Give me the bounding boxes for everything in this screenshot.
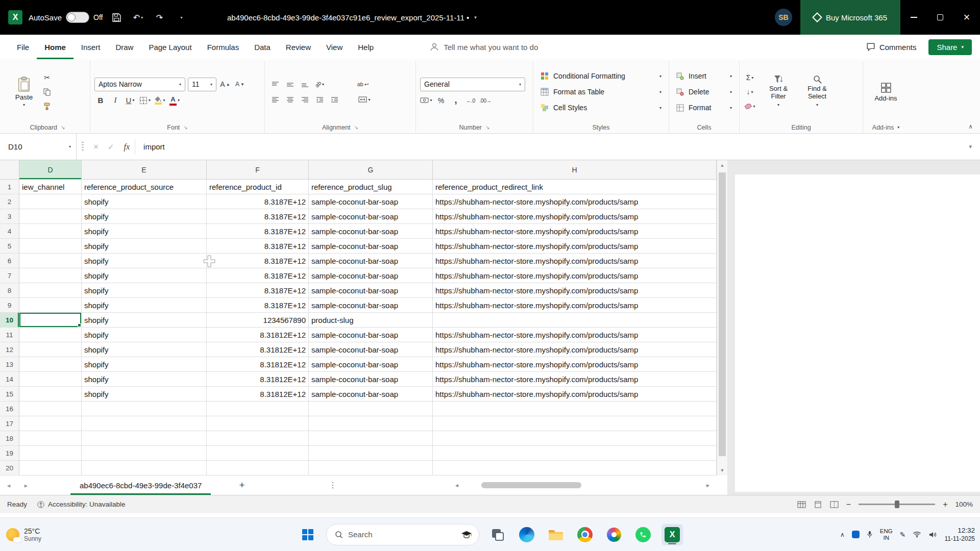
fill-color-button[interactable]: ▾ — [154, 94, 166, 107]
underline-button[interactable]: U▾ — [124, 94, 136, 107]
fill-handle[interactable] — [78, 323, 81, 327]
row-header-17[interactable]: 17 — [0, 416, 19, 431]
fill-color-chevron-icon[interactable]: ▾ — [163, 98, 165, 103]
increase-indent-button[interactable] — [328, 93, 340, 106]
cell-H20[interactable] — [433, 461, 717, 475]
number-launcher-icon[interactable]: ↘ — [485, 124, 489, 130]
cell-D13[interactable] — [19, 357, 82, 372]
cell-H9[interactable]: https://shubham-nector-store.myshopify.c… — [433, 298, 717, 313]
sort-filter-button[interactable]: Sort & Filter ▾ — [759, 75, 798, 109]
insert-function-icon[interactable]: fx — [119, 142, 135, 152]
worksheet-grid[interactable]: DEFGH 1iew_channelreference_product_sour… — [0, 160, 717, 475]
decrease-indent-button[interactable] — [313, 93, 326, 106]
cell-D6[interactable] — [19, 254, 82, 268]
cell-G10[interactable]: product-slug — [309, 313, 433, 328]
borders-chevron-icon[interactable]: ▾ — [149, 98, 151, 103]
cell-G8[interactable]: sample-coconut-bar-soap — [309, 283, 433, 298]
volume-icon[interactable] — [928, 531, 937, 538]
row-header-8[interactable]: 8 — [0, 283, 19, 298]
hidden-icons-chevron-icon[interactable]: ∧ — [840, 531, 845, 538]
name-box-chevron-icon[interactable]: ▾ — [69, 144, 71, 149]
column-header-E[interactable]: E — [82, 160, 207, 180]
cell-G14[interactable]: sample-coconut-bar-soap — [309, 372, 433, 387]
cell-E17[interactable] — [82, 416, 207, 431]
underline-chevron-icon[interactable]: ▾ — [132, 98, 134, 103]
percent-style-button[interactable]: % — [435, 94, 447, 107]
column-header-D[interactable]: D — [19, 160, 82, 180]
cell-G20[interactable] — [309, 461, 433, 475]
name-box[interactable]: D10 ▾ — [0, 134, 77, 160]
vertical-scrollbar[interactable]: ▲ ▼ — [717, 160, 727, 475]
cell-styles-button[interactable]: Cell Styles▾ — [537, 100, 665, 116]
zoom-out-button[interactable]: − — [846, 500, 851, 509]
cell-G12[interactable]: sample-coconut-bar-soap — [309, 342, 433, 357]
vertical-scroll-thumb[interactable] — [719, 172, 726, 456]
taskbar-search[interactable]: Search — [326, 524, 479, 545]
horizontal-scrollbar[interactable] — [465, 482, 703, 488]
row-header-2[interactable]: 2 — [0, 194, 19, 209]
sheet-next-icon[interactable]: ▸ — [17, 482, 35, 489]
cell-F8[interactable]: 8.3187E+12 — [207, 283, 309, 298]
cell-G11[interactable]: sample-coconut-bar-soap — [309, 328, 433, 342]
row-header-20[interactable]: 20 — [0, 461, 19, 475]
format-cells-button[interactable]: Format▾ — [673, 100, 735, 116]
cell-H14[interactable]: https://shubham-nector-store.myshopify.c… — [433, 372, 717, 387]
cell-H5[interactable]: https://shubham-nector-store.myshopify.c… — [433, 239, 717, 254]
cut-button[interactable]: ✂ — [41, 71, 53, 84]
cell-H11[interactable]: https://shubham-nector-store.myshopify.c… — [433, 328, 717, 342]
delete-cells-button[interactable]: Delete▾ — [673, 84, 735, 100]
row-header-11[interactable]: 11 — [0, 328, 19, 342]
number-format-chevron-icon[interactable]: ▾ — [516, 82, 521, 87]
cell-F20[interactable] — [207, 461, 309, 475]
row-header-10[interactable]: 10 — [0, 313, 19, 328]
autosum-chevron-icon[interactable]: ▾ — [751, 76, 753, 80]
tray-blue-app-icon[interactable] — [852, 531, 860, 538]
cell-D14[interactable] — [19, 372, 82, 387]
autosave-control[interactable]: AutoSave Off — [29, 12, 103, 23]
cell-F6[interactable]: 8.3187E+12 — [207, 254, 309, 268]
account-avatar[interactable]: SB — [775, 9, 792, 26]
cell-D3[interactable] — [19, 209, 82, 224]
font-name-chevron-icon[interactable]: ▾ — [176, 82, 181, 87]
cell-D10[interactable] — [19, 313, 82, 328]
borders-button[interactable]: ▾ — [139, 94, 151, 107]
merge-center-chevron-icon[interactable]: ▾ — [368, 97, 370, 102]
autosum-button[interactable]: Σ▾ — [744, 71, 756, 84]
italic-button[interactable]: I — [109, 94, 121, 107]
cell-E1[interactable]: reference_product_source — [82, 180, 207, 194]
font-color-button[interactable]: A ▾ — [168, 94, 181, 107]
cell-F19[interactable] — [207, 446, 309, 461]
paste-button[interactable]: Paste ▾ — [9, 62, 39, 121]
tab-home[interactable]: Home — [37, 35, 74, 59]
cell-G9[interactable]: sample-coconut-bar-soap — [309, 298, 433, 313]
cell-F7[interactable]: 8.3187E+12 — [207, 268, 309, 283]
tab-help[interactable]: Help — [350, 35, 381, 59]
row-header-16[interactable]: 16 — [0, 402, 19, 416]
font-launcher-icon[interactable]: ↘ — [183, 124, 187, 130]
clear-button[interactable]: ▾ — [744, 100, 756, 112]
cell-E7[interactable]: shopify — [82, 268, 207, 283]
page-layout-view-button[interactable] — [814, 501, 822, 508]
row-header-3[interactable]: 3 — [0, 209, 19, 224]
copy-button[interactable] — [41, 86, 53, 98]
sheet-prev-icon[interactable]: ◂ — [0, 482, 17, 489]
cell-H15[interactable]: https://shubham-nector-store.myshopify.c… — [433, 387, 717, 402]
cell-F3[interactable]: 8.3187E+12 — [207, 209, 309, 224]
font-size-combo[interactable]: 11▾ — [188, 78, 216, 91]
cell-F16[interactable] — [207, 402, 309, 416]
cell-H6[interactable]: https://shubham-nector-store.myshopify.c… — [433, 254, 717, 268]
row-header-9[interactable]: 9 — [0, 298, 19, 313]
save-icon[interactable] — [109, 10, 124, 25]
tell-me-control[interactable]: Tell me what you want to do — [430, 42, 538, 52]
cell-E13[interactable]: shopify — [82, 357, 207, 372]
cell-D19[interactable] — [19, 446, 82, 461]
cell-F2[interactable]: 8.3187E+12 — [207, 194, 309, 209]
orientation-chevron-icon[interactable]: ▾ — [322, 82, 324, 87]
row-header-13[interactable]: 13 — [0, 357, 19, 372]
cell-H13[interactable]: https://shubham-nector-store.myshopify.c… — [433, 357, 717, 372]
cell-G15[interactable]: sample-coconut-bar-soap — [309, 387, 433, 402]
wrap-text-button[interactable]: ab↩ — [357, 78, 369, 90]
undo-icon[interactable]: ↶▾ — [130, 10, 145, 25]
insert-cells-button[interactable]: Insert▾ — [673, 68, 735, 84]
weather-widget[interactable]: 25°C Sunny — [6, 518, 41, 551]
